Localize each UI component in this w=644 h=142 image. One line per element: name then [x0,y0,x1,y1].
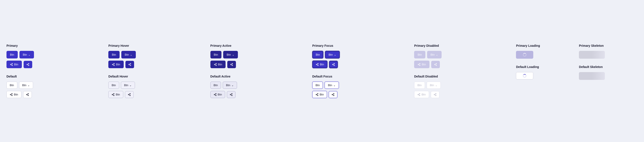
chevron-icon-pf1: ⌄ [334,53,336,56]
btn-row-df-1: Btn Btn ⌄ [312,82,410,89]
primary-loading-btn-1 [516,51,533,59]
btn-row-pf-1: Btn Btn ⌄ [312,51,410,58]
btn-row-dh-1: Btn Btn ⌄ [108,82,206,89]
default-focus-share-icon-btn[interactable] [329,91,337,98]
default-share-icon-btn-1[interactable] [23,91,32,98]
share-icon-ddis1 [417,93,420,96]
svg-line-3 [11,65,12,65]
primary-share-icon-btn-1[interactable] [24,61,32,68]
default-focus-btn-1[interactable]: Btn [312,82,323,89]
btn-row-primary-2: Btn [6,61,104,68]
btn-grid-primary-hover: Btn Btn ⌄ Btn [108,51,206,68]
svg-line-59 [231,94,232,94]
btn-row-pdis-1: Btn Btn ⌄ [414,51,512,58]
share-icon-only-dh1 [128,93,131,96]
page-container: Primary Btn Btn ⌄ Btn Default Btn [4,44,640,98]
primary-active-share-btn[interactable]: Btn [210,61,226,68]
share-icon-only-d1 [26,93,29,96]
section-default-title: Default [6,75,104,78]
default-disabled-btn-1: Btn [414,82,425,89]
default-active-share-icon-btn[interactable] [227,91,236,98]
section-default-skeleton-title: Default Skeleton [579,65,638,69]
section-primary: Primary Btn Btn ⌄ Btn Default Btn [4,44,106,98]
default-share-btn-1[interactable]: Btn [6,91,22,98]
svg-line-23 [113,65,114,65]
btn-row-pf-2: Btn [312,61,410,68]
default-disabled-share-btn: Btn [414,91,429,98]
default-hover-btn-chevron-1[interactable]: Btn ⌄ [121,82,135,89]
section-default-hover-title: Default Hover [108,75,206,78]
share-icon [10,63,13,66]
primary-focus-btn-chevron-1[interactable]: Btn ⌄ [325,51,340,58]
primary-active-btn-1[interactable]: Btn [210,51,222,58]
btn-row-ddis-1: Btn Btn ⌄ [414,82,512,89]
default-focus-btn-chevron-1[interactable]: Btn ⌄ [324,82,339,89]
svg-line-88 [435,65,436,65]
primary-hover-share-icon-btn[interactable] [126,61,134,68]
btn-grid-default-disabled: Btn Btn ⌄ Btn [414,82,512,98]
svg-line-29 [129,64,130,64]
share-icon-pdis1 [418,63,420,66]
share-icon-only-da1 [230,93,233,96]
section-primary-loading-title: Primary Loading [516,44,574,47]
btn-grid-default-loading [516,72,574,79]
primary-disabled-share-btn: Btn [414,61,430,68]
share-icon-pa1 [214,63,217,66]
svg-line-9 [28,64,28,64]
section-primary-focus: Primary Focus Btn Btn ⌄ Btn Default Focu… [310,44,412,98]
chevron-icon-pdis1: ⌄ [436,53,438,56]
btn-row-dh-2: Btn [108,91,206,98]
default-active-share-btn[interactable]: Btn [210,91,225,98]
svg-line-74 [316,94,318,94]
section-default-loading-title: Default Loading [516,65,574,69]
section-primary-active: Primary Active Btn Btn ⌄ Btn Default Act… [208,44,310,98]
primary-skeleton-block [579,51,605,59]
primary-active-share-icon-btn[interactable] [227,61,236,68]
btn-row-df-2: Btn [312,91,410,98]
section-primary-loading: Primary Loading Default Loading [514,44,577,98]
btn-grid-primary-loading [516,51,574,59]
primary-btn-1[interactable]: Btn [6,51,18,58]
primary-hover-btn-chevron-1[interactable]: Btn ⌄ [121,51,136,58]
default-hover-share-btn[interactable]: Btn [108,91,123,98]
chevron-icon-dh1: ⌄ [129,84,132,87]
primary-active-btn-chevron-1[interactable]: Btn ⌄ [223,51,238,58]
default-active-btn-1[interactable]: Btn [210,82,221,89]
primary-share-btn-1[interactable]: Btn [6,61,22,68]
svg-line-49 [231,64,232,64]
section-default-active-title: Default Active [210,75,308,78]
default-btn-1[interactable]: Btn [6,82,17,89]
primary-focus-share-icon-btn[interactable] [329,61,338,68]
primary-focus-btn-1[interactable]: Btn [312,51,324,58]
btn-grid-primary-disabled: Btn Btn ⌄ Btn [414,51,512,68]
share-icon-dh1 [112,93,114,96]
default-hover-btn-1[interactable]: Btn [108,82,119,89]
btn-row-ddis-2: Btn [414,91,512,98]
primary-hover-share-btn[interactable]: Btn [108,61,124,68]
default-active-btn-chevron-1[interactable]: Btn ⌄ [223,82,237,89]
section-primary-hover: Primary Hover Btn Btn ⌄ Btn Default Hove… [106,44,208,98]
default-btn-chevron-1[interactable]: Btn ⌄ [19,82,33,89]
svg-line-28 [129,65,130,65]
svg-line-64 [317,64,318,64]
share-icon-da1 [214,93,217,96]
svg-line-14 [11,94,12,94]
primary-focus-share-btn[interactable]: Btn [312,61,328,68]
btn-row-pdis-2: Btn [414,61,512,68]
btn-grid-default: Btn Btn ⌄ Btn [6,82,104,98]
svg-line-79 [332,94,334,94]
primary-btn-chevron-1[interactable]: Btn ⌄ [20,51,34,58]
share-icon-only-pa1 [230,63,233,66]
default-hover-share-icon-btn[interactable] [125,91,134,98]
btn-grid-default-active: Btn Btn ⌄ Btn [210,82,308,98]
svg-line-83 [419,65,420,65]
svg-line-89 [435,64,436,64]
svg-line-44 [215,64,216,64]
default-loading-btn-1 [516,72,533,79]
btn-row-psk-1 [579,51,638,59]
primary-disabled-btn-1: Btn [414,51,425,58]
primary-hover-btn-1[interactable]: Btn [108,51,120,58]
default-focus-share-btn[interactable]: Btn [312,91,327,98]
share-icon-df1 [316,93,318,96]
svg-line-34 [113,94,114,94]
